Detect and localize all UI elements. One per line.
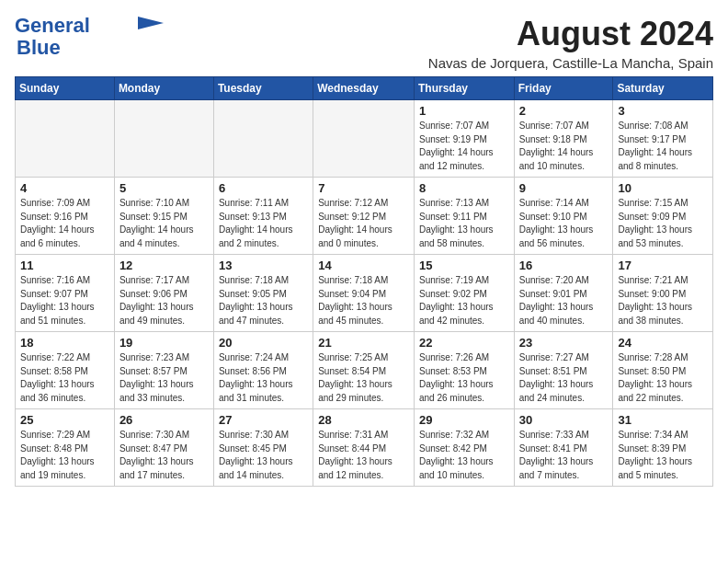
day-number: 27 (219, 413, 308, 427)
day-info: Sunrise: 7:12 AM Sunset: 9:12 PM Dayligh… (318, 197, 409, 250)
calendar-cell: 12Sunrise: 7:17 AM Sunset: 9:06 PM Dayli… (114, 255, 213, 332)
calendar-cell: 24Sunrise: 7:28 AM Sunset: 8:50 PM Dayli… (613, 332, 713, 409)
calendar-cell: 22Sunrise: 7:26 AM Sunset: 8:53 PM Dayli… (414, 332, 514, 409)
calendar-cell: 13Sunrise: 7:18 AM Sunset: 9:05 PM Dayli… (213, 255, 313, 332)
day-info: Sunrise: 7:21 AM Sunset: 9:00 PM Dayligh… (618, 274, 708, 327)
day-info: Sunrise: 7:14 AM Sunset: 9:10 PM Dayligh… (519, 197, 609, 250)
location-subtitle: Navas de Jorquera, Castille-La Mancha, S… (428, 55, 713, 71)
day-info: Sunrise: 7:29 AM Sunset: 8:48 PM Dayligh… (20, 429, 109, 482)
logo-blue-text: Blue (17, 37, 61, 59)
calendar-cell (114, 100, 213, 178)
calendar-cell: 5Sunrise: 7:10 AM Sunset: 9:15 PM Daylig… (114, 178, 213, 255)
day-number: 23 (519, 336, 609, 350)
title-block: August 2024 Navas de Jorquera, Castille-… (428, 15, 713, 71)
calendar-cell: 10Sunrise: 7:15 AM Sunset: 9:09 PM Dayli… (613, 178, 713, 255)
calendar-week-5: 25Sunrise: 7:29 AM Sunset: 8:48 PM Dayli… (16, 409, 713, 487)
logo: General Blue (15, 15, 164, 59)
weekday-header-monday: Monday (114, 77, 213, 100)
day-info: Sunrise: 7:09 AM Sunset: 9:16 PM Dayligh… (20, 197, 109, 250)
day-number: 8 (419, 181, 509, 195)
day-number: 11 (20, 259, 109, 272)
logo-text: General (15, 15, 90, 37)
day-info: Sunrise: 7:31 AM Sunset: 8:44 PM Dayligh… (318, 429, 409, 482)
day-number: 4 (20, 181, 109, 195)
calendar-cell: 1Sunrise: 7:07 AM Sunset: 9:19 PM Daylig… (414, 100, 514, 178)
weekday-header-thursday: Thursday (414, 77, 514, 100)
weekday-header-saturday: Saturday (613, 77, 713, 100)
calendar-cell: 15Sunrise: 7:19 AM Sunset: 9:02 PM Dayli… (414, 255, 514, 332)
day-number: 3 (618, 104, 708, 118)
day-info: Sunrise: 7:15 AM Sunset: 9:09 PM Dayligh… (618, 197, 708, 250)
calendar-cell: 29Sunrise: 7:32 AM Sunset: 8:42 PM Dayli… (414, 409, 514, 487)
day-info: Sunrise: 7:34 AM Sunset: 8:39 PM Dayligh… (618, 429, 708, 482)
calendar-cell: 9Sunrise: 7:14 AM Sunset: 9:10 PM Daylig… (514, 178, 613, 255)
day-number: 21 (318, 336, 409, 350)
day-number: 18 (20, 336, 109, 350)
calendar-cell: 26Sunrise: 7:30 AM Sunset: 8:47 PM Dayli… (114, 409, 213, 487)
day-number: 5 (119, 181, 209, 195)
day-number: 24 (618, 336, 708, 350)
day-info: Sunrise: 7:19 AM Sunset: 9:02 PM Dayligh… (419, 274, 509, 327)
calendar-cell: 23Sunrise: 7:27 AM Sunset: 8:51 PM Dayli… (514, 332, 613, 409)
day-number: 12 (119, 259, 209, 272)
day-number: 19 (119, 336, 209, 350)
day-info: Sunrise: 7:10 AM Sunset: 9:15 PM Dayligh… (119, 197, 209, 250)
weekday-header-friday: Friday (514, 77, 613, 100)
calendar-cell (16, 100, 115, 178)
day-number: 22 (419, 336, 509, 350)
day-number: 10 (618, 181, 708, 195)
day-info: Sunrise: 7:26 AM Sunset: 8:53 PM Dayligh… (419, 351, 509, 405)
calendar-cell: 14Sunrise: 7:18 AM Sunset: 9:04 PM Dayli… (313, 255, 415, 332)
day-number: 7 (318, 181, 409, 195)
day-info: Sunrise: 7:33 AM Sunset: 8:41 PM Dayligh… (519, 429, 609, 482)
calendar-cell: 28Sunrise: 7:31 AM Sunset: 8:44 PM Dayli… (313, 409, 415, 487)
calendar-cell (213, 100, 313, 178)
day-info: Sunrise: 7:13 AM Sunset: 9:11 PM Dayligh… (419, 197, 509, 250)
day-info: Sunrise: 7:07 AM Sunset: 9:18 PM Dayligh… (519, 120, 609, 173)
calendar-week-4: 18Sunrise: 7:22 AM Sunset: 8:58 PM Dayli… (16, 332, 713, 409)
logo-arrow-icon (138, 17, 164, 29)
weekday-header-sunday: Sunday (16, 77, 115, 100)
day-info: Sunrise: 7:24 AM Sunset: 8:56 PM Dayligh… (219, 351, 308, 405)
calendar-cell: 19Sunrise: 7:23 AM Sunset: 8:57 PM Dayli… (114, 332, 213, 409)
calendar-cell: 16Sunrise: 7:20 AM Sunset: 9:01 PM Dayli… (514, 255, 613, 332)
month-title: August 2024 (428, 15, 713, 53)
calendar-week-3: 11Sunrise: 7:16 AM Sunset: 9:07 PM Dayli… (16, 255, 713, 332)
day-number: 9 (519, 181, 609, 195)
day-number: 20 (219, 336, 308, 350)
day-number: 6 (219, 181, 308, 195)
day-info: Sunrise: 7:08 AM Sunset: 9:17 PM Dayligh… (618, 120, 708, 173)
day-info: Sunrise: 7:17 AM Sunset: 9:06 PM Dayligh… (119, 274, 209, 327)
day-number: 14 (318, 259, 409, 272)
day-number: 28 (318, 413, 409, 427)
calendar-cell: 8Sunrise: 7:13 AM Sunset: 9:11 PM Daylig… (414, 178, 514, 255)
day-info: Sunrise: 7:27 AM Sunset: 8:51 PM Dayligh… (519, 351, 609, 405)
weekday-header-wednesday: Wednesday (313, 77, 415, 100)
day-info: Sunrise: 7:25 AM Sunset: 8:54 PM Dayligh… (318, 351, 409, 405)
day-number: 29 (419, 413, 509, 427)
day-number: 25 (20, 413, 109, 427)
svg-marker-0 (138, 17, 164, 29)
calendar-cell: 18Sunrise: 7:22 AM Sunset: 8:58 PM Dayli… (16, 332, 115, 409)
day-info: Sunrise: 7:11 AM Sunset: 9:13 PM Dayligh… (219, 197, 308, 250)
day-info: Sunrise: 7:18 AM Sunset: 9:05 PM Dayligh… (219, 274, 308, 327)
day-number: 1 (419, 104, 509, 118)
calendar-cell: 17Sunrise: 7:21 AM Sunset: 9:00 PM Dayli… (613, 255, 713, 332)
day-number: 16 (519, 259, 609, 272)
weekday-header-tuesday: Tuesday (213, 77, 313, 100)
day-info: Sunrise: 7:23 AM Sunset: 8:57 PM Dayligh… (119, 351, 209, 405)
day-info: Sunrise: 7:28 AM Sunset: 8:50 PM Dayligh… (618, 351, 708, 405)
calendar-cell: 7Sunrise: 7:12 AM Sunset: 9:12 PM Daylig… (313, 178, 415, 255)
day-info: Sunrise: 7:32 AM Sunset: 8:42 PM Dayligh… (419, 429, 509, 482)
day-info: Sunrise: 7:20 AM Sunset: 9:01 PM Dayligh… (519, 274, 609, 327)
day-number: 13 (219, 259, 308, 272)
day-info: Sunrise: 7:07 AM Sunset: 9:19 PM Dayligh… (419, 120, 509, 173)
day-info: Sunrise: 7:30 AM Sunset: 8:45 PM Dayligh… (219, 429, 308, 482)
calendar-table: SundayMondayTuesdayWednesdayThursdayFrid… (15, 76, 713, 487)
calendar-cell: 4Sunrise: 7:09 AM Sunset: 9:16 PM Daylig… (16, 178, 115, 255)
calendar-cell: 21Sunrise: 7:25 AM Sunset: 8:54 PM Dayli… (313, 332, 415, 409)
calendar-header-row: SundayMondayTuesdayWednesdayThursdayFrid… (16, 77, 713, 100)
calendar-cell: 30Sunrise: 7:33 AM Sunset: 8:41 PM Dayli… (514, 409, 613, 487)
day-number: 30 (519, 413, 609, 427)
day-number: 2 (519, 104, 609, 118)
